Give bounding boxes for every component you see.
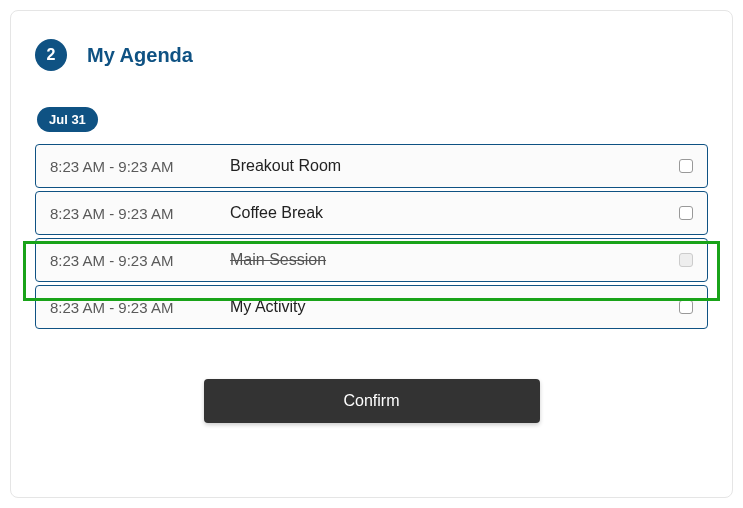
agenda-card: 2 My Agenda Jul 31 8:23 AM - 9:23 AM Bre…	[10, 10, 733, 498]
agenda-row[interactable]: 8:23 AM - 9:23 AM My Activity	[35, 285, 708, 329]
checkbox[interactable]	[679, 300, 693, 314]
date-pill: Jul 31	[37, 107, 98, 132]
checkbox[interactable]	[679, 206, 693, 220]
agenda-row[interactable]: 8:23 AM - 9:23 AM Main Session	[35, 238, 708, 282]
agenda-title: My Activity	[230, 298, 679, 316]
header: 2 My Agenda	[35, 39, 708, 71]
agenda-time: 8:23 AM - 9:23 AM	[50, 299, 230, 316]
agenda-time: 8:23 AM - 9:23 AM	[50, 252, 230, 269]
agenda-row[interactable]: 8:23 AM - 9:23 AM Coffee Break	[35, 191, 708, 235]
agenda-time: 8:23 AM - 9:23 AM	[50, 158, 230, 175]
agenda-title: Coffee Break	[230, 204, 679, 222]
page-title: My Agenda	[87, 44, 193, 67]
checkbox[interactable]	[679, 159, 693, 173]
checkbox	[679, 253, 693, 267]
confirm-button[interactable]: Confirm	[204, 379, 540, 423]
agenda-title: Main Session	[230, 251, 679, 269]
agenda-time: 8:23 AM - 9:23 AM	[50, 205, 230, 222]
step-badge: 2	[35, 39, 67, 71]
agenda-list: 8:23 AM - 9:23 AM Breakout Room 8:23 AM …	[35, 144, 708, 329]
agenda-title: Breakout Room	[230, 157, 679, 175]
agenda-row[interactable]: 8:23 AM - 9:23 AM Breakout Room	[35, 144, 708, 188]
